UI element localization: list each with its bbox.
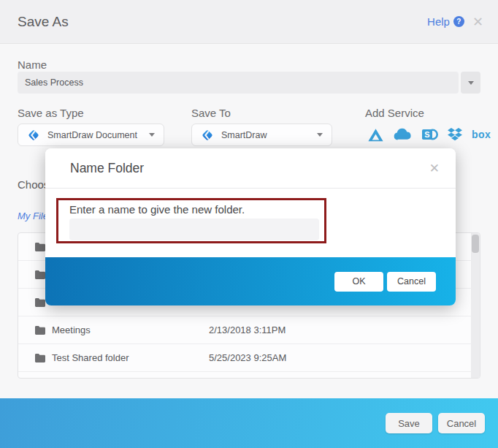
modal-title: Name Folder	[70, 161, 144, 176]
close-icon[interactable]: ✕	[471, 14, 485, 30]
modal-header: Name Folder ✕	[45, 148, 456, 189]
name-folder-modal: Name Folder ✕ Enter a name to give the n…	[45, 148, 456, 305]
name-dropdown-button[interactable]	[461, 72, 480, 94]
page-title: Save As	[18, 14, 69, 30]
folder-row[interactable]: Meetings 2/13/2018 3:11PM	[18, 316, 480, 344]
google-drive-icon[interactable]	[367, 127, 384, 143]
save-as-type-value: SmartDraw Document	[47, 130, 137, 140]
chevron-down-icon	[468, 81, 474, 85]
scrollbar-track[interactable]	[471, 233, 480, 378]
ok-button[interactable]: OK	[334, 272, 383, 292]
folder-name-prompt: Enter a name to give the new folder.	[69, 203, 245, 216]
bottom-bar: Save Cancel	[0, 398, 498, 448]
smartdraw-icon	[201, 129, 214, 142]
folder-name: Meetings	[52, 324, 91, 335]
modal-close-icon[interactable]: ✕	[429, 161, 440, 176]
smartdraw-icon	[27, 129, 40, 142]
dialog-header: Save As Help ? ✕	[0, 0, 498, 44]
folder-icon	[34, 325, 46, 335]
folder-row[interactable]: Test Shared folder 5/25/2023 9:25AM	[18, 344, 480, 372]
chevron-down-icon	[317, 133, 323, 137]
modal-footer: OK Cancel	[45, 257, 456, 305]
name-label: Name	[18, 58, 47, 71]
help-icon: ?	[453, 16, 464, 27]
folder-name: Test Shared folder	[52, 352, 129, 363]
name-input[interactable]	[18, 72, 459, 94]
box-icon[interactable]: box	[472, 129, 491, 140]
help-link-label: Help	[427, 15, 450, 28]
save-to-label: Save To	[191, 107, 231, 119]
scrollbar-thumb[interactable]	[472, 235, 479, 253]
modal-cancel-button[interactable]: Cancel	[387, 272, 436, 292]
folder-date: 2/13/2018 3:11PM	[209, 324, 286, 335]
save-to-select[interactable]: SmartDraw	[191, 124, 332, 146]
service-icons: S box	[367, 126, 491, 143]
cancel-button[interactable]: Cancel	[438, 413, 485, 433]
sharepoint-icon[interactable]: S	[421, 126, 438, 143]
svg-text:S: S	[424, 130, 429, 139]
name-field-row	[18, 72, 480, 94]
onedrive-icon[interactable]	[393, 128, 413, 141]
save-button[interactable]: Save	[386, 413, 432, 433]
chevron-down-icon	[149, 133, 155, 137]
save-as-type-select[interactable]: SmartDraw Document	[18, 124, 164, 146]
save-as-dialog: Save As Help ? ✕ Name Save as Type Smart…	[0, 0, 498, 448]
folder-icon	[34, 353, 46, 363]
help-link[interactable]: Help ?	[427, 15, 464, 28]
folder-icon	[34, 242, 46, 252]
save-as-type-label: Save as Type	[18, 107, 84, 119]
folder-icon	[34, 270, 46, 280]
save-to-value: SmartDraw	[221, 130, 267, 140]
dropbox-icon[interactable]	[447, 127, 463, 142]
modal-body: Enter a name to give the new folder.	[45, 189, 456, 257]
folder-icon	[34, 297, 46, 308]
folder-date: 5/25/2023 9:25AM	[209, 352, 286, 363]
add-service-label: Add Service	[365, 107, 424, 119]
folder-name-input[interactable]	[69, 219, 319, 240]
box-logo-text: box	[472, 129, 491, 140]
